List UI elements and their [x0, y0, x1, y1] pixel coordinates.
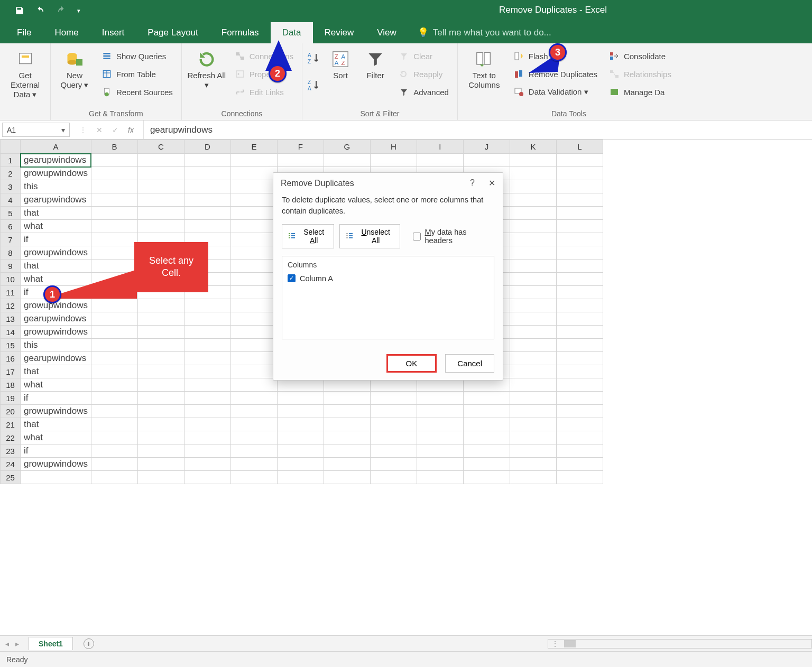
cell[interactable]: [137, 207, 184, 220]
cell[interactable]: [277, 458, 324, 471]
column-header[interactable]: G: [324, 140, 370, 154]
cell[interactable]: [370, 154, 417, 167]
qat-customize-icon[interactable]: ▾: [77, 7, 80, 14]
cell[interactable]: [324, 405, 370, 418]
show-queries-button[interactable]: Show Queries: [98, 49, 176, 63]
cell[interactable]: [463, 431, 510, 444]
cell[interactable]: [184, 339, 230, 352]
edit-links-button[interactable]: Edit Links: [232, 85, 297, 99]
cell[interactable]: [137, 365, 184, 378]
cell[interactable]: [556, 444, 603, 458]
text-to-columns-button[interactable]: Text to Columns: [463, 47, 505, 90]
cell[interactable]: [230, 471, 277, 484]
cell[interactable]: [230, 154, 277, 167]
cell[interactable]: [510, 154, 556, 167]
cell[interactable]: [137, 312, 184, 326]
properties-button[interactable]: Properties: [232, 67, 297, 81]
cell[interactable]: what: [21, 273, 91, 286]
column-header[interactable]: J: [463, 140, 510, 154]
cell[interactable]: [556, 260, 603, 273]
cell[interactable]: [417, 431, 463, 444]
cell[interactable]: [277, 392, 324, 405]
row-header[interactable]: 4: [1, 193, 21, 207]
formula-input[interactable]: gearupwindows: [144, 121, 812, 139]
tab-page-layout[interactable]: Page Layout: [136, 22, 209, 43]
cell[interactable]: [510, 418, 556, 431]
cell[interactable]: [510, 365, 556, 378]
cell[interactable]: [230, 260, 277, 273]
cell[interactable]: [137, 180, 184, 193]
cell[interactable]: [510, 207, 556, 220]
unselect-all-button[interactable]: Unselect All: [339, 224, 400, 248]
cell[interactable]: [91, 207, 137, 220]
cell[interactable]: [184, 312, 230, 326]
cell[interactable]: [91, 405, 137, 418]
cell[interactable]: gearupwindows: [21, 312, 91, 326]
column-header[interactable]: I: [417, 140, 463, 154]
cell[interactable]: [184, 167, 230, 180]
cell[interactable]: [463, 154, 510, 167]
cell[interactable]: [230, 378, 277, 392]
tab-insert[interactable]: Insert: [90, 22, 136, 43]
cell[interactable]: [324, 418, 370, 431]
column-header[interactable]: C: [137, 140, 184, 154]
cell[interactable]: this: [21, 339, 91, 352]
row-header[interactable]: 14: [1, 326, 21, 339]
cell[interactable]: gearupwindows: [21, 352, 91, 365]
cell[interactable]: if: [21, 233, 91, 246]
scrollbar-thumb[interactable]: [564, 640, 576, 647]
cell[interactable]: [184, 193, 230, 207]
cell[interactable]: [137, 471, 184, 484]
cell[interactable]: gearupwindows: [21, 154, 91, 167]
cell[interactable]: that: [21, 418, 91, 431]
from-table-button[interactable]: From Table: [98, 67, 176, 81]
row-header[interactable]: 15: [1, 339, 21, 352]
cell[interactable]: [137, 378, 184, 392]
cell[interactable]: [510, 471, 556, 484]
row-header[interactable]: 17: [1, 365, 21, 378]
fx-icon[interactable]: fx: [128, 126, 134, 134]
cell[interactable]: [137, 299, 184, 312]
select-all-cell[interactable]: [1, 140, 21, 154]
cell[interactable]: [556, 273, 603, 286]
cell[interactable]: [463, 444, 510, 458]
row-header[interactable]: 25: [1, 471, 21, 484]
cell[interactable]: [230, 220, 277, 233]
row-header[interactable]: 3: [1, 180, 21, 193]
new-query-button[interactable]: New Query ▾: [56, 47, 93, 90]
tab-file[interactable]: File: [5, 22, 43, 43]
cell[interactable]: growupwindows: [21, 405, 91, 418]
redo-icon[interactable]: [56, 6, 67, 15]
cell[interactable]: [556, 431, 603, 444]
cell[interactable]: if: [21, 444, 91, 458]
cell[interactable]: [556, 154, 603, 167]
cell[interactable]: [556, 207, 603, 220]
cell[interactable]: [91, 392, 137, 405]
cell[interactable]: [184, 378, 230, 392]
cell[interactable]: [556, 286, 603, 299]
cell[interactable]: [137, 326, 184, 339]
cell[interactable]: [324, 154, 370, 167]
cell[interactable]: [230, 458, 277, 471]
column-a-checkbox[interactable]: ✓ Column A: [288, 274, 333, 283]
cancel-button[interactable]: Cancel: [445, 354, 494, 373]
cell[interactable]: [324, 458, 370, 471]
cell[interactable]: [137, 458, 184, 471]
cell[interactable]: [556, 220, 603, 233]
cell[interactable]: [510, 180, 556, 193]
cell[interactable]: [510, 405, 556, 418]
cell[interactable]: [137, 154, 184, 167]
cell[interactable]: [277, 418, 324, 431]
cell[interactable]: [277, 431, 324, 444]
cell[interactable]: [324, 392, 370, 405]
cell[interactable]: that: [21, 207, 91, 220]
cell[interactable]: [137, 392, 184, 405]
undo-icon[interactable]: [35, 6, 45, 15]
cell[interactable]: [556, 458, 603, 471]
cell[interactable]: [417, 418, 463, 431]
cell[interactable]: [277, 444, 324, 458]
cell[interactable]: [184, 299, 230, 312]
row-header[interactable]: 7: [1, 233, 21, 246]
cell[interactable]: [556, 392, 603, 405]
cell[interactable]: [230, 392, 277, 405]
